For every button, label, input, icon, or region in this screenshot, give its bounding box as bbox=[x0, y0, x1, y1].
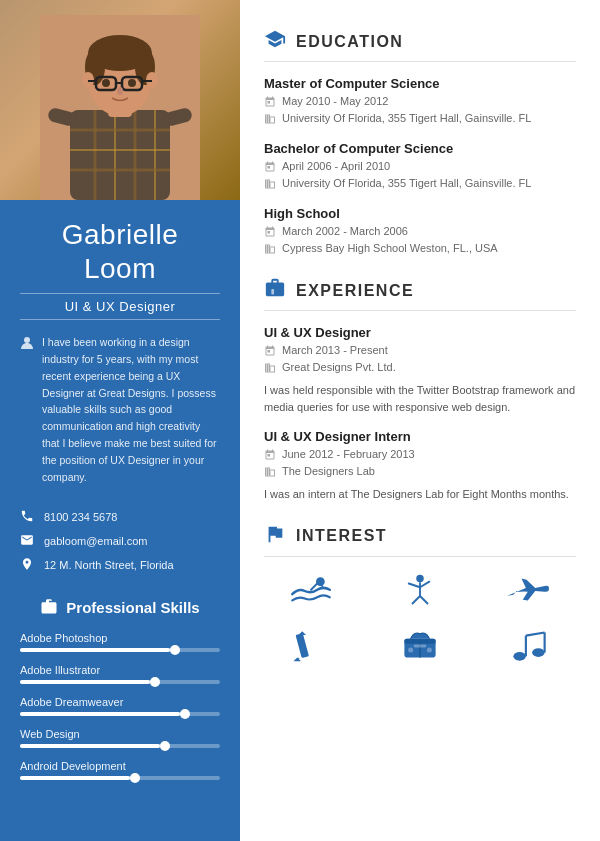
graduation-icon bbox=[264, 28, 286, 55]
edu-date-bachelor: April 2006 - April 2010 bbox=[264, 160, 576, 175]
svg-rect-42 bbox=[414, 644, 427, 647]
briefcase-icon bbox=[40, 597, 58, 618]
skill-bar bbox=[20, 712, 220, 716]
edu-date-masters: May 2010 - May 2012 bbox=[264, 95, 576, 110]
exp-company-designer: Great Designs Pvt. Ltd. bbox=[264, 361, 576, 376]
interest-music bbox=[481, 625, 576, 665]
svg-point-24 bbox=[117, 87, 123, 95]
skill-item: Web Design bbox=[20, 728, 220, 748]
address-item: 12 M. North Street, Florida bbox=[20, 557, 220, 573]
svg-point-46 bbox=[532, 648, 545, 657]
experience-header: EXPERIENCE bbox=[264, 277, 576, 311]
profile-name: Gabrielle Loom bbox=[20, 218, 220, 285]
svg-point-43 bbox=[408, 647, 413, 652]
interest-travel bbox=[481, 571, 576, 611]
email-item: gabloom@email.com bbox=[20, 533, 220, 549]
profile-photo bbox=[0, 0, 240, 200]
building-icon bbox=[264, 362, 276, 376]
building-icon bbox=[264, 466, 276, 480]
svg-point-23 bbox=[128, 79, 136, 87]
calendar-icon bbox=[264, 96, 276, 110]
exp-date-designer: March 2013 - Present bbox=[264, 344, 576, 359]
interest-swimming bbox=[264, 571, 359, 611]
svg-point-30 bbox=[416, 574, 424, 582]
main-content: EDUCATION Master of Computer Science May… bbox=[240, 0, 600, 841]
skill-bar bbox=[20, 648, 220, 652]
skills-header: Professional Skills bbox=[20, 597, 220, 618]
edu-inst-masters: University Of Florida, 355 Tigert Hall, … bbox=[264, 112, 576, 127]
profile-bio: I have been working in a design industry… bbox=[20, 334, 220, 485]
svg-line-49 bbox=[526, 632, 545, 635]
edu-item-bachelor: Bachelor of Computer Science April 2006 … bbox=[264, 141, 576, 192]
experience-title: EXPERIENCE bbox=[296, 282, 414, 300]
calendar-icon bbox=[264, 449, 276, 463]
profile-title: UI & UX Designer bbox=[20, 293, 220, 320]
svg-line-32 bbox=[409, 583, 420, 587]
building-icon bbox=[264, 178, 276, 192]
svg-point-27 bbox=[24, 337, 30, 343]
svg-marker-37 bbox=[299, 631, 307, 635]
calendar-icon bbox=[264, 345, 276, 359]
svg-line-34 bbox=[412, 596, 420, 604]
building-icon bbox=[264, 243, 276, 257]
exp-date-intern: June 2012 - February 2013 bbox=[264, 448, 576, 463]
email-icon bbox=[20, 533, 36, 549]
work-icon bbox=[264, 277, 286, 304]
contact-section: 8100 234 5678 gabloom@email.com 12 M. No… bbox=[0, 509, 240, 581]
calendar-icon bbox=[264, 161, 276, 175]
interest-writing bbox=[264, 625, 359, 665]
edu-item-highschool: High School March 2002 - March 2006 Cypr… bbox=[264, 206, 576, 257]
skill-item: Adobe Photoshop bbox=[20, 632, 220, 652]
interest-grid bbox=[264, 571, 576, 665]
interest-header: Interest bbox=[264, 523, 576, 557]
interest-section: Interest bbox=[264, 523, 576, 665]
svg-rect-28 bbox=[271, 289, 274, 295]
sidebar: Gabrielle Loom UI & UX Designer I have b… bbox=[0, 0, 240, 841]
resume-container: Gabrielle Loom UI & UX Designer I have b… bbox=[0, 0, 600, 841]
skill-item: Android Development bbox=[20, 760, 220, 780]
phone-icon bbox=[20, 509, 36, 525]
svg-point-45 bbox=[513, 651, 526, 660]
exp-item-intern: UI & UX Designer Intern June 2012 - Febr… bbox=[264, 429, 576, 503]
svg-line-33 bbox=[420, 581, 429, 587]
interest-games bbox=[373, 625, 468, 665]
phone-item: 8100 234 5678 bbox=[20, 509, 220, 525]
experience-section: EXPERIENCE UI & UX Designer March 2013 -… bbox=[264, 277, 576, 503]
svg-point-44 bbox=[427, 647, 432, 652]
location-icon bbox=[20, 557, 36, 573]
skills-list: Adobe Photoshop Adobe Illustrator Adobe … bbox=[20, 632, 220, 780]
education-title: EDUCATION bbox=[296, 33, 403, 51]
calendar-icon bbox=[264, 226, 276, 240]
education-header: EDUCATION bbox=[264, 28, 576, 62]
svg-rect-36 bbox=[296, 633, 309, 658]
skill-item: Adobe Illustrator bbox=[20, 664, 220, 684]
svg-point-22 bbox=[102, 79, 110, 87]
edu-date-highschool: March 2002 - March 2006 bbox=[264, 225, 576, 240]
edu-inst-highschool: Cypress Bay High School Weston, FL., USA bbox=[264, 242, 576, 257]
svg-line-35 bbox=[420, 596, 428, 604]
sidebar-info: Gabrielle Loom UI & UX Designer I have b… bbox=[0, 200, 240, 509]
person-icon bbox=[20, 336, 34, 485]
skill-item: Adobe Dreamweaver bbox=[20, 696, 220, 716]
edu-item-masters: Master of Computer Science May 2010 - Ma… bbox=[264, 76, 576, 127]
exp-company-intern: The Designers Lab bbox=[264, 465, 576, 480]
interest-fitness bbox=[373, 571, 468, 611]
skill-bar bbox=[20, 744, 220, 748]
skills-section: Professional Skills Adobe Photoshop Adob… bbox=[0, 581, 240, 802]
interest-title: Interest bbox=[296, 527, 387, 545]
exp-item-designer: UI & UX Designer March 2013 - Present Gr… bbox=[264, 325, 576, 415]
skill-bar bbox=[20, 680, 220, 684]
svg-marker-38 bbox=[294, 657, 302, 661]
building-icon bbox=[264, 113, 276, 127]
education-section: EDUCATION Master of Computer Science May… bbox=[264, 28, 576, 257]
skill-bar bbox=[20, 776, 220, 780]
flag-icon bbox=[264, 523, 286, 550]
edu-inst-bachelor: University Of Florida, 355 Tigert Hall, … bbox=[264, 177, 576, 192]
